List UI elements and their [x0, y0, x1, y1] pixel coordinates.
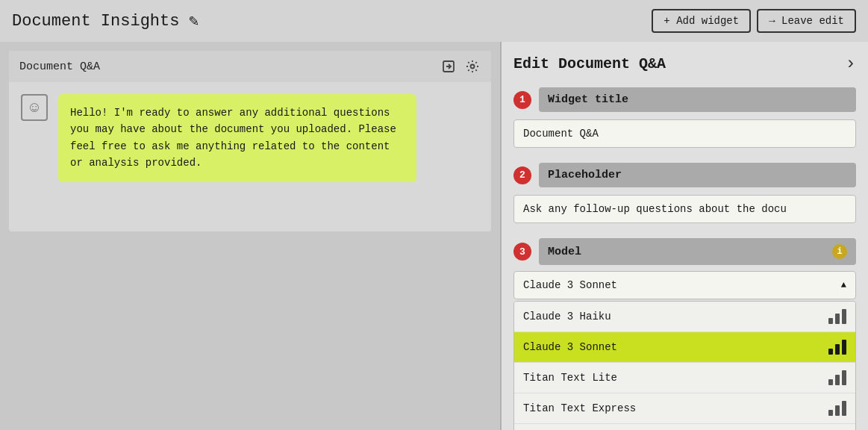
bar2 [835, 375, 840, 385]
bar1 [828, 379, 833, 385]
bar3 [842, 370, 846, 385]
right-panel-title: Edit Document Q&A [513, 55, 666, 72]
widget-card: Document Q&A [9, 51, 491, 231]
bar2 [835, 344, 840, 355]
bar3 [842, 340, 846, 355]
info-icon[interactable]: i [832, 244, 847, 259]
model-item-haiku[interactable]: Claude 3 Haiku [514, 302, 855, 332]
edit-title-icon[interactable]: ✎ [185, 13, 202, 29]
section-2-badge: 2 [513, 166, 531, 184]
section-3-header: 3 Model i [513, 238, 856, 265]
toolbar-buttons: + Add widget → Leave edit [652, 9, 856, 33]
section-widget-title: 1 Widget title [513, 87, 856, 148]
model-bar-icon-sonnet [828, 340, 846, 355]
settings-icon[interactable] [464, 58, 481, 75]
export-icon[interactable] [440, 58, 457, 75]
model-bar-icon-haiku [828, 309, 846, 324]
section-3-badge: 3 [513, 243, 531, 261]
section-3-label: Model i [539, 238, 856, 265]
bar2 [835, 314, 840, 324]
model-name-titan-express: Titan Text Express [523, 402, 636, 414]
model-item-jurassic[interactable]: Jurassic-2 Mid [514, 424, 855, 430]
svg-point-1 [471, 65, 475, 69]
close-panel-button[interactable]: › [846, 54, 856, 74]
right-panel: Edit Document Q&A › 1 Widget title 2 Pla… [502, 42, 868, 430]
section-1-header: 1 Widget title [513, 87, 856, 112]
bar3 [842, 401, 846, 416]
widget-title: Document Q&A [19, 60, 100, 73]
bar1 [828, 349, 833, 355]
bar3 [842, 309, 846, 324]
app-title: Document Insights ✎ [12, 12, 643, 31]
dropdown-arrow: ▲ [841, 280, 846, 290]
model-name-haiku: Claude 3 Haiku [523, 311, 611, 322]
right-panel-header: Edit Document Q&A › [513, 54, 856, 74]
widget-title-input[interactable] [513, 119, 856, 148]
model-bar-icon-titan-lite [828, 370, 846, 385]
widget-body: ☺ Hello! I'm ready to answer any additio… [9, 82, 491, 231]
section-1-label: Widget title [539, 87, 856, 112]
model-select-display[interactable]: Claude 3 Sonnet ▲ [513, 271, 856, 299]
bot-avatar: ☺ [21, 94, 48, 121]
section-1-badge: 1 [513, 91, 531, 109]
add-widget-button[interactable]: + Add widget [652, 9, 751, 33]
top-bar: Document Insights ✎ + Add widget → Leave… [0, 0, 868, 42]
section-2-header: 2 Placeholder [513, 163, 856, 187]
bar2 [835, 405, 840, 416]
left-panel: Document Q&A [0, 42, 500, 430]
bar1 [828, 410, 833, 416]
leave-edit-button[interactable]: → Leave edit [757, 9, 856, 33]
widget-header: Document Q&A [9, 51, 491, 82]
model-name-titan-lite: Titan Text Lite [523, 372, 617, 384]
model-name-sonnet: Claude 3 Sonnet [523, 341, 617, 353]
selected-model-label: Claude 3 Sonnet [523, 279, 617, 291]
chat-bubble: Hello! I'm ready to answer any additiona… [58, 94, 416, 182]
model-item-sonnet[interactable]: Claude 3 Sonnet [514, 332, 855, 363]
model-list: Claude 3 Haiku Claude 3 Sonnet [513, 301, 856, 430]
model-item-titan-lite[interactable]: Titan Text Lite [514, 363, 855, 393]
widget-header-icons [440, 58, 481, 75]
section-placeholder: 2 Placeholder [513, 163, 856, 223]
bar1 [828, 318, 833, 324]
model-item-titan-express[interactable]: Titan Text Express [514, 393, 855, 424]
main-content: Document Q&A [0, 42, 868, 430]
model-bar-icon-titan-express [828, 401, 846, 416]
section-model: 3 Model i Claude 3 Sonnet ▲ Claude 3 Hai… [513, 238, 856, 430]
placeholder-input[interactable] [513, 195, 856, 223]
section-2-label: Placeholder [539, 163, 856, 187]
title-text: Document Insights [12, 12, 179, 31]
